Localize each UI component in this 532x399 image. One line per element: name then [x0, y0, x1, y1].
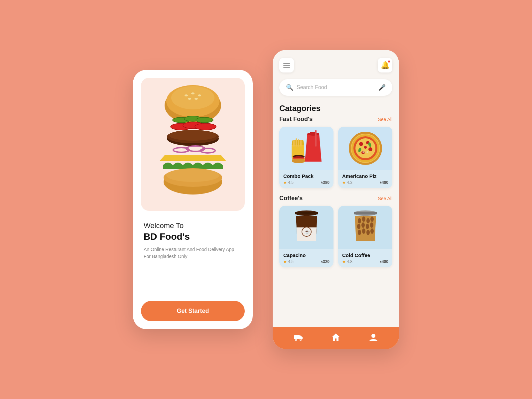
capacino-card[interactable]: ☕ Capacino ★ 4.5 ৳320: [279, 206, 333, 267]
svg-point-6: [188, 98, 191, 100]
microphone-icon[interactable]: 🎤: [378, 84, 386, 91]
svg-point-60: [358, 218, 361, 223]
svg-point-4: [191, 92, 195, 94]
fast-foods-section-header: Fast Food's See All: [279, 116, 392, 123]
svg-rect-72: [294, 335, 300, 339]
search-icon: 🔍: [286, 84, 293, 91]
svg-marker-73: [300, 335, 303, 339]
svg-text:☕: ☕: [304, 229, 310, 235]
svg-marker-30: [305, 134, 322, 162]
svg-point-62: [366, 218, 370, 223]
svg-point-45: [368, 147, 372, 151]
fast-foods-row: Combo Pack ★ 4.5 ৳380: [279, 127, 392, 188]
svg-point-2: [171, 86, 214, 109]
svg-point-43: [359, 142, 363, 146]
food-app-screen-phone: 🔔 🔍 Search Food 🎤 Catagories Fast Food's…: [273, 50, 399, 349]
svg-point-71: [370, 228, 374, 234]
capacino-price: ৳320: [321, 259, 330, 264]
combo-pack-image: [279, 127, 333, 170]
fast-foods-see-all[interactable]: See All: [378, 117, 392, 122]
americano-pizza-meta: ★ 4.3 ৳480: [342, 180, 388, 185]
get-started-button[interactable]: Get Started: [141, 301, 245, 321]
americano-pizza-rating: ★ 4.3: [342, 180, 352, 185]
search-placeholder-text: Search Food: [297, 84, 375, 90]
burger-image-area: [141, 78, 245, 211]
svg-rect-58: [354, 212, 377, 214]
capacino-image: ☕: [279, 206, 333, 249]
svg-point-76: [295, 339, 296, 340]
cold-coffee-info: Cold Coffee ★ 4.8 ৳480: [338, 249, 392, 267]
menu-button[interactable]: [279, 58, 294, 72]
svg-rect-33: [315, 130, 317, 147]
svg-point-61: [362, 216, 365, 222]
svg-point-5: [198, 94, 201, 96]
svg-point-23: [166, 169, 219, 182]
svg-point-7: [195, 98, 198, 100]
americano-pizza-image: [338, 127, 392, 170]
notification-dot: [388, 60, 390, 63]
svg-rect-28: [298, 139, 299, 147]
combo-pack-rating: ★ 4.5: [283, 180, 294, 185]
cold-coffee-card[interactable]: Cold Coffee ★ 4.8 ৳480: [338, 206, 392, 267]
svg-marker-78: [332, 333, 340, 341]
capacino-info: Capacino ★ 4.5 ৳320: [279, 249, 333, 267]
svg-point-37: [292, 159, 305, 163]
svg-point-69: [362, 228, 365, 234]
svg-point-68: [358, 230, 361, 235]
capacino-rating: ★ 4.5: [283, 259, 294, 264]
svg-rect-26: [293, 140, 295, 147]
combo-pack-name: Combo Pack: [283, 173, 330, 179]
svg-point-70: [366, 230, 370, 235]
welcome-line: Welcome To: [144, 221, 242, 230]
svg-rect-29: [300, 140, 302, 147]
profile-nav-item[interactable]: [369, 332, 378, 344]
burger-svg: [156, 83, 229, 206]
home-nav-item[interactable]: [331, 332, 340, 344]
americano-pizza-price: ৳480: [380, 180, 388, 185]
combo-pack-info: Combo Pack ★ 4.5 ৳380: [279, 170, 333, 188]
capacino-name: Capacino: [283, 252, 330, 258]
app-content: 🔔 🔍 Search Food 🎤 Catagories Fast Food's…: [273, 50, 399, 327]
cold-coffee-image: [338, 206, 392, 249]
svg-point-64: [357, 224, 360, 229]
coffees-section-header: Coffee's See All: [279, 195, 392, 202]
cold-coffee-rating: ★ 4.8: [342, 259, 352, 264]
app-description: An Online Resturant And Food Delivery Ap…: [144, 246, 242, 260]
app-header: 🔔: [279, 58, 392, 72]
svg-point-47: [364, 146, 367, 149]
coffees-row: ☕ Capacino ★ 4.5 ৳320: [279, 206, 392, 267]
svg-point-16: [169, 130, 217, 141]
americano-pizza-card[interactable]: Americano Piz ★ 4.3 ৳480: [338, 127, 392, 188]
fast-foods-title: Fast Food's: [279, 116, 313, 123]
coffees-see-all[interactable]: See All: [378, 196, 392, 201]
cold-coffee-price: ৳480: [380, 259, 388, 264]
hamburger-icon: [283, 63, 290, 67]
delivery-nav-item[interactable]: [294, 332, 303, 344]
svg-point-79: [371, 334, 375, 338]
americano-pizza-name: Americano Piz: [342, 173, 388, 179]
bottom-nav: [273, 327, 399, 349]
categories-title: Catagories: [279, 104, 392, 113]
svg-rect-27: [296, 138, 297, 147]
welcome-screen-phone: Welcome To BD Food's An Online Resturant…: [133, 70, 253, 329]
notification-button[interactable]: 🔔: [378, 58, 392, 72]
svg-point-65: [361, 222, 365, 228]
cold-coffee-meta: ★ 4.8 ৳480: [342, 259, 388, 264]
svg-point-77: [300, 339, 301, 340]
capacino-meta: ★ 4.5 ৳320: [283, 259, 330, 264]
combo-pack-card[interactable]: Combo Pack ★ 4.5 ৳380: [279, 127, 333, 188]
americano-pizza-info: Americano Piz ★ 4.3 ৳480: [338, 170, 392, 188]
search-bar[interactable]: 🔍 Search Food 🎤: [279, 79, 392, 96]
svg-point-63: [370, 216, 374, 222]
app-name: BD Food's: [144, 231, 242, 242]
coffees-title: Coffee's: [279, 195, 303, 202]
svg-point-10: [196, 117, 213, 123]
combo-pack-price: ৳380: [321, 180, 330, 185]
svg-point-66: [366, 224, 369, 229]
svg-rect-52: [295, 212, 318, 214]
phones-container: Welcome To BD Food's An Online Resturant…: [133, 50, 399, 349]
cold-coffee-name: Cold Coffee: [342, 252, 388, 258]
svg-point-13: [195, 123, 216, 130]
svg-point-67: [370, 222, 373, 228]
svg-point-3: [185, 94, 188, 96]
